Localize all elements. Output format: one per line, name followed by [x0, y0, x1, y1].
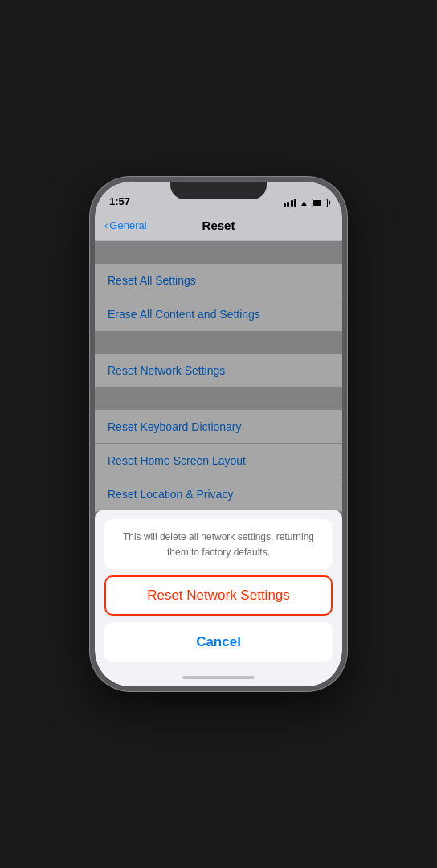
home-bar [182, 676, 255, 679]
page-title: Reset [202, 219, 235, 232]
content-area: Reset All Settings Erase All Content and… [95, 241, 342, 686]
battery-icon [312, 199, 328, 207]
back-button[interactable]: ‹ General [104, 219, 147, 231]
cancel-button[interactable]: Cancel [104, 622, 333, 662]
status-time: 1:57 [109, 195, 130, 207]
nav-bar: ‹ General Reset [95, 211, 342, 241]
overlay: This will delete all network settings, r… [95, 241, 342, 686]
signal-icon [284, 199, 297, 207]
back-label: General [109, 219, 146, 231]
phone-screen: 1:57 ▲ ‹ General Reset [95, 182, 342, 686]
notch [170, 182, 267, 199]
confirm-reset-button[interactable]: Reset Network Settings [104, 575, 333, 616]
action-message-box: This will delete all network settings, r… [104, 519, 333, 569]
status-icons: ▲ [284, 198, 328, 207]
wifi-icon: ▲ [300, 198, 308, 207]
action-sheet: This will delete all network settings, r… [95, 510, 342, 686]
cancel-label: Cancel [196, 634, 241, 650]
chevron-left-icon: ‹ [104, 219, 108, 231]
phone-device: 1:57 ▲ ‹ General Reset [90, 177, 347, 691]
confirm-reset-label: Reset Network Settings [147, 588, 290, 604]
action-message-text: This will delete all network settings, r… [123, 531, 314, 558]
home-indicator [104, 669, 333, 686]
